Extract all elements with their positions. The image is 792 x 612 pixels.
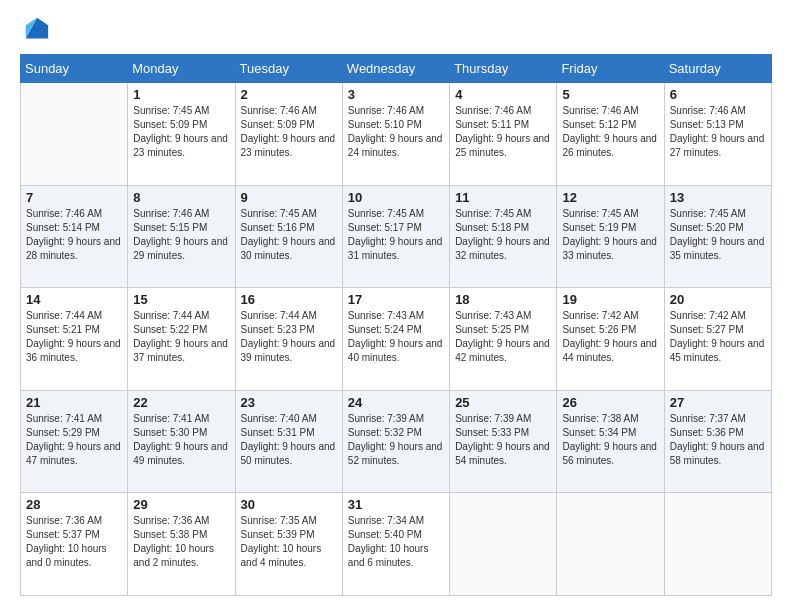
calendar-cell: 6Sunrise: 7:46 AMSunset: 5:13 PMDaylight… — [664, 83, 771, 186]
calendar-cell: 16Sunrise: 7:44 AMSunset: 5:23 PMDayligh… — [235, 288, 342, 391]
calendar-cell: 9Sunrise: 7:45 AMSunset: 5:16 PMDaylight… — [235, 185, 342, 288]
day-info: Sunrise: 7:36 AMSunset: 5:38 PMDaylight:… — [133, 514, 229, 570]
day-number: 22 — [133, 395, 229, 410]
weekday-header-row: SundayMondayTuesdayWednesdayThursdayFrid… — [21, 55, 772, 83]
day-info: Sunrise: 7:46 AMSunset: 5:09 PMDaylight:… — [241, 104, 337, 160]
calendar-week-3: 14Sunrise: 7:44 AMSunset: 5:21 PMDayligh… — [21, 288, 772, 391]
day-number: 27 — [670, 395, 766, 410]
day-number: 28 — [26, 497, 122, 512]
day-info: Sunrise: 7:45 AMSunset: 5:19 PMDaylight:… — [562, 207, 658, 263]
day-info: Sunrise: 7:45 AMSunset: 5:09 PMDaylight:… — [133, 104, 229, 160]
day-number: 14 — [26, 292, 122, 307]
day-info: Sunrise: 7:44 AMSunset: 5:23 PMDaylight:… — [241, 309, 337, 365]
calendar-cell: 28Sunrise: 7:36 AMSunset: 5:37 PMDayligh… — [21, 493, 128, 596]
day-info: Sunrise: 7:41 AMSunset: 5:30 PMDaylight:… — [133, 412, 229, 468]
day-info: Sunrise: 7:37 AMSunset: 5:36 PMDaylight:… — [670, 412, 766, 468]
day-number: 7 — [26, 190, 122, 205]
calendar-cell: 24Sunrise: 7:39 AMSunset: 5:32 PMDayligh… — [342, 390, 449, 493]
day-number: 8 — [133, 190, 229, 205]
weekday-header-thursday: Thursday — [450, 55, 557, 83]
day-info: Sunrise: 7:40 AMSunset: 5:31 PMDaylight:… — [241, 412, 337, 468]
calendar-cell — [21, 83, 128, 186]
day-info: Sunrise: 7:41 AMSunset: 5:29 PMDaylight:… — [26, 412, 122, 468]
calendar-cell: 4Sunrise: 7:46 AMSunset: 5:11 PMDaylight… — [450, 83, 557, 186]
day-number: 1 — [133, 87, 229, 102]
day-info: Sunrise: 7:34 AMSunset: 5:40 PMDaylight:… — [348, 514, 444, 570]
logo — [20, 16, 50, 44]
calendar-cell: 12Sunrise: 7:45 AMSunset: 5:19 PMDayligh… — [557, 185, 664, 288]
day-number: 2 — [241, 87, 337, 102]
day-info: Sunrise: 7:45 AMSunset: 5:20 PMDaylight:… — [670, 207, 766, 263]
calendar-cell: 15Sunrise: 7:44 AMSunset: 5:22 PMDayligh… — [128, 288, 235, 391]
calendar-cell: 20Sunrise: 7:42 AMSunset: 5:27 PMDayligh… — [664, 288, 771, 391]
day-info: Sunrise: 7:46 AMSunset: 5:11 PMDaylight:… — [455, 104, 551, 160]
calendar-cell: 17Sunrise: 7:43 AMSunset: 5:24 PMDayligh… — [342, 288, 449, 391]
day-info: Sunrise: 7:45 AMSunset: 5:17 PMDaylight:… — [348, 207, 444, 263]
calendar-cell — [557, 493, 664, 596]
day-number: 16 — [241, 292, 337, 307]
day-number: 10 — [348, 190, 444, 205]
calendar-week-1: 1Sunrise: 7:45 AMSunset: 5:09 PMDaylight… — [21, 83, 772, 186]
day-info: Sunrise: 7:46 AMSunset: 5:12 PMDaylight:… — [562, 104, 658, 160]
calendar-cell: 29Sunrise: 7:36 AMSunset: 5:38 PMDayligh… — [128, 493, 235, 596]
calendar-cell: 3Sunrise: 7:46 AMSunset: 5:10 PMDaylight… — [342, 83, 449, 186]
day-number: 5 — [562, 87, 658, 102]
day-number: 20 — [670, 292, 766, 307]
calendar-cell: 11Sunrise: 7:45 AMSunset: 5:18 PMDayligh… — [450, 185, 557, 288]
day-info: Sunrise: 7:43 AMSunset: 5:25 PMDaylight:… — [455, 309, 551, 365]
calendar-cell: 8Sunrise: 7:46 AMSunset: 5:15 PMDaylight… — [128, 185, 235, 288]
day-number: 31 — [348, 497, 444, 512]
calendar-cell: 21Sunrise: 7:41 AMSunset: 5:29 PMDayligh… — [21, 390, 128, 493]
weekday-header-wednesday: Wednesday — [342, 55, 449, 83]
day-number: 25 — [455, 395, 551, 410]
day-info: Sunrise: 7:44 AMSunset: 5:22 PMDaylight:… — [133, 309, 229, 365]
calendar-cell: 18Sunrise: 7:43 AMSunset: 5:25 PMDayligh… — [450, 288, 557, 391]
calendar-cell: 7Sunrise: 7:46 AMSunset: 5:14 PMDaylight… — [21, 185, 128, 288]
day-number: 3 — [348, 87, 444, 102]
day-info: Sunrise: 7:42 AMSunset: 5:26 PMDaylight:… — [562, 309, 658, 365]
day-number: 11 — [455, 190, 551, 205]
day-number: 30 — [241, 497, 337, 512]
weekday-header-saturday: Saturday — [664, 55, 771, 83]
day-number: 24 — [348, 395, 444, 410]
day-info: Sunrise: 7:38 AMSunset: 5:34 PMDaylight:… — [562, 412, 658, 468]
calendar-cell: 10Sunrise: 7:45 AMSunset: 5:17 PMDayligh… — [342, 185, 449, 288]
calendar-cell: 27Sunrise: 7:37 AMSunset: 5:36 PMDayligh… — [664, 390, 771, 493]
day-info: Sunrise: 7:39 AMSunset: 5:33 PMDaylight:… — [455, 412, 551, 468]
day-info: Sunrise: 7:42 AMSunset: 5:27 PMDaylight:… — [670, 309, 766, 365]
header — [20, 16, 772, 44]
calendar-cell — [450, 493, 557, 596]
weekday-header-friday: Friday — [557, 55, 664, 83]
day-info: Sunrise: 7:36 AMSunset: 5:37 PMDaylight:… — [26, 514, 122, 570]
day-number: 26 — [562, 395, 658, 410]
day-info: Sunrise: 7:35 AMSunset: 5:39 PMDaylight:… — [241, 514, 337, 570]
day-info: Sunrise: 7:46 AMSunset: 5:15 PMDaylight:… — [133, 207, 229, 263]
calendar-cell: 2Sunrise: 7:46 AMSunset: 5:09 PMDaylight… — [235, 83, 342, 186]
day-number: 19 — [562, 292, 658, 307]
weekday-header-monday: Monday — [128, 55, 235, 83]
calendar-cell: 1Sunrise: 7:45 AMSunset: 5:09 PMDaylight… — [128, 83, 235, 186]
day-number: 29 — [133, 497, 229, 512]
day-number: 18 — [455, 292, 551, 307]
day-number: 21 — [26, 395, 122, 410]
calendar-cell: 31Sunrise: 7:34 AMSunset: 5:40 PMDayligh… — [342, 493, 449, 596]
page: SundayMondayTuesdayWednesdayThursdayFrid… — [0, 0, 792, 612]
day-info: Sunrise: 7:45 AMSunset: 5:18 PMDaylight:… — [455, 207, 551, 263]
day-number: 13 — [670, 190, 766, 205]
calendar-cell: 14Sunrise: 7:44 AMSunset: 5:21 PMDayligh… — [21, 288, 128, 391]
day-number: 9 — [241, 190, 337, 205]
calendar-cell: 22Sunrise: 7:41 AMSunset: 5:30 PMDayligh… — [128, 390, 235, 493]
day-number: 15 — [133, 292, 229, 307]
day-info: Sunrise: 7:46 AMSunset: 5:13 PMDaylight:… — [670, 104, 766, 160]
calendar-table: SundayMondayTuesdayWednesdayThursdayFrid… — [20, 54, 772, 596]
day-number: 12 — [562, 190, 658, 205]
calendar-week-5: 28Sunrise: 7:36 AMSunset: 5:37 PMDayligh… — [21, 493, 772, 596]
calendar-cell: 26Sunrise: 7:38 AMSunset: 5:34 PMDayligh… — [557, 390, 664, 493]
calendar-cell: 19Sunrise: 7:42 AMSunset: 5:26 PMDayligh… — [557, 288, 664, 391]
calendar-cell: 25Sunrise: 7:39 AMSunset: 5:33 PMDayligh… — [450, 390, 557, 493]
calendar-cell: 5Sunrise: 7:46 AMSunset: 5:12 PMDaylight… — [557, 83, 664, 186]
calendar-cell: 13Sunrise: 7:45 AMSunset: 5:20 PMDayligh… — [664, 185, 771, 288]
day-info: Sunrise: 7:45 AMSunset: 5:16 PMDaylight:… — [241, 207, 337, 263]
calendar-cell: 23Sunrise: 7:40 AMSunset: 5:31 PMDayligh… — [235, 390, 342, 493]
day-info: Sunrise: 7:46 AMSunset: 5:14 PMDaylight:… — [26, 207, 122, 263]
